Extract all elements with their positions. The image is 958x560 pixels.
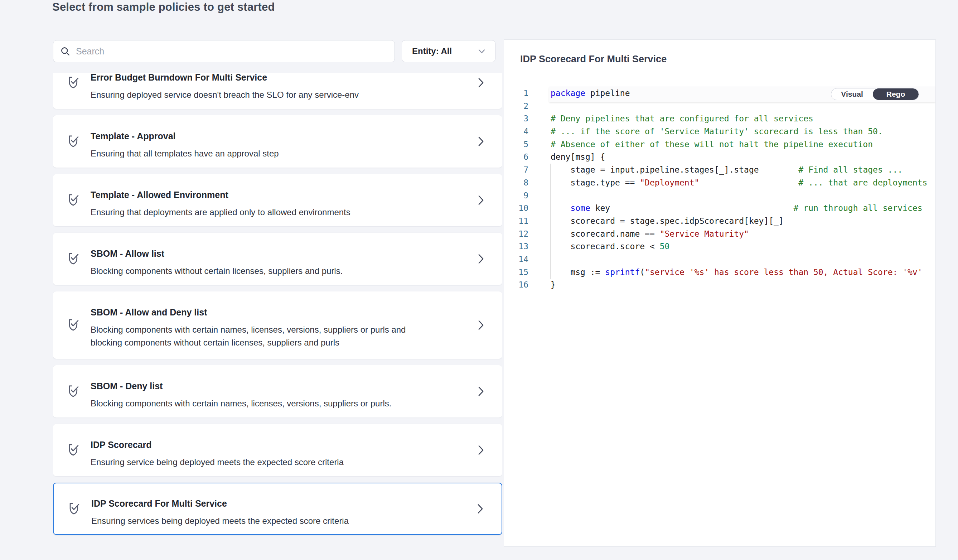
chevron-right-icon (478, 254, 484, 264)
line-number: 13 (504, 240, 528, 253)
line-number: 8 (504, 176, 528, 189)
line-number: 15 (504, 266, 528, 279)
shield-check-icon (67, 252, 79, 266)
chevron-right-icon (478, 387, 484, 397)
policy-title: IDP Scorecard For Multi Service (91, 498, 458, 509)
policy-description: Ensuring deployed service doesn't breach… (90, 89, 413, 102)
line-number: 3 (504, 113, 528, 125)
code-text: # Deny pipelines that are configured for… (550, 113, 936, 125)
code-text: stage = input.pipeline.stages[_].stage #… (550, 163, 936, 176)
code-line: 5# Absence of either of these will not h… (504, 138, 936, 151)
line-number: 1 (504, 87, 528, 100)
code-line: 8 stage.type == "Deployment" # ... that … (504, 176, 936, 189)
line-number: 16 (504, 279, 528, 292)
policy-list[interactable]: Error Budget Burndown For Multi ServiceE… (53, 73, 502, 548)
line-number: 7 (504, 163, 528, 176)
shield-check-icon (67, 134, 79, 149)
search-box[interactable] (53, 40, 395, 62)
policy-card[interactable]: SBOM - Deny listBlocking components with… (53, 365, 502, 417)
code-text: # ... if the score of 'Service Maturity'… (550, 125, 936, 138)
line-number: 14 (504, 253, 528, 266)
code-line: 4# ... if the score of 'Service Maturity… (504, 125, 936, 138)
policy-description: Blocking components with certain names, … (90, 397, 413, 410)
code-line: 10 some key # run through all services (504, 202, 936, 215)
line-number: 4 (504, 125, 528, 138)
line-number: 10 (504, 202, 528, 215)
page-title: Select from sample policies to get start… (52, 1, 275, 14)
policy-card[interactable]: IDP ScorecardEnsuring service being depl… (53, 424, 502, 476)
code-text (550, 253, 936, 266)
chevron-right-icon (478, 446, 484, 455)
line-number: 2 (504, 100, 528, 113)
code-text (550, 100, 936, 113)
code-text (550, 189, 936, 202)
code-text: scorecard.score < 50 (550, 240, 936, 253)
detail-panel-header: IDP Scorecard For Multi Service (504, 40, 936, 79)
policy-title: IDP Scorecard (90, 440, 459, 450)
code-text: stage.type == "Deployment" # ... that ar… (550, 176, 936, 189)
shield-check-icon (67, 384, 79, 398)
policy-description: Ensuring that all templates have an appr… (90, 147, 413, 160)
policy-card[interactable]: IDP Scorecard For Multi ServiceEnsuring … (53, 483, 502, 535)
code-text: scorecard.name == "Service Maturity" (550, 228, 936, 241)
search-input[interactable] (76, 46, 387, 57)
code-line: 14 (504, 253, 936, 266)
code-text: deny[msg] { (550, 151, 936, 163)
chevron-right-icon (478, 195, 484, 205)
line-number: 6 (504, 151, 528, 163)
policy-card[interactable]: SBOM - Allow and Deny listBlocking compo… (53, 292, 502, 359)
entity-filter-dropdown[interactable]: Entity: All (402, 40, 495, 62)
code-line: 15 msg := sprintf("service '%s' has scor… (504, 266, 936, 279)
toggle-rego[interactable]: Rego (873, 89, 918, 100)
panel-title: IDP Scorecard For Multi Service (520, 54, 666, 65)
line-number: 5 (504, 138, 528, 151)
policy-description: Ensuring service being deployed meets th… (90, 456, 413, 469)
chevron-right-icon (477, 504, 483, 514)
code-line: 6deny[msg] { (504, 151, 936, 163)
toggle-visual[interactable]: Visual (831, 89, 873, 100)
chevron-down-icon (478, 49, 485, 54)
chevron-right-icon (478, 320, 484, 330)
detail-panel: IDP Scorecard For Multi Service 1package… (504, 40, 936, 547)
entity-filter-label: Entity: All (412, 46, 478, 56)
code-text: some key # run through all services (550, 202, 936, 215)
code-line: 9 (504, 189, 936, 202)
policy-title: SBOM - Deny list (90, 381, 459, 391)
line-number: 12 (504, 228, 528, 241)
shield-check-icon (67, 76, 79, 90)
code-text: } (550, 279, 936, 292)
code-line: 7 stage = input.pipeline.stages[_].stage… (504, 163, 936, 176)
line-number: 11 (504, 215, 528, 228)
shield-check-icon (67, 318, 79, 332)
policy-title: SBOM - Allow and Deny list (90, 307, 459, 317)
policy-title: Error Budget Burndown For Multi Service (90, 73, 459, 83)
code-line: 16} (504, 279, 936, 292)
policy-description: Ensuring that deployments are applied on… (90, 206, 413, 219)
chevron-right-icon (478, 137, 484, 146)
code-editor[interactable]: 1package pipeline23# Deny pipelines that… (504, 79, 936, 546)
view-toggle: Visual Rego (831, 88, 919, 100)
policy-card[interactable]: Template - ApprovalEnsuring that all tem… (53, 115, 502, 168)
search-icon (60, 46, 70, 56)
policy-card[interactable]: Error Budget Burndown For Multi ServiceE… (53, 73, 502, 109)
policy-description: Blocking components without certain lice… (90, 265, 413, 278)
code-line: 3# Deny pipelines that are configured fo… (504, 113, 936, 125)
line-number: 9 (504, 189, 528, 202)
shield-check-icon (67, 443, 79, 457)
policy-description: Ensuring services being deployed meets t… (91, 514, 414, 527)
code-line: 13 scorecard.score < 50 (504, 240, 936, 253)
code-line: 12 scorecard.name == "Service Maturity" (504, 228, 936, 241)
policy-card[interactable]: Template - Allowed EnvironmentEnsuring t… (53, 174, 502, 226)
policy-card[interactable]: SBOM - Allow listBlocking components wit… (53, 233, 502, 285)
code-text: # Absence of either of these will not ha… (550, 138, 936, 151)
policy-title: Template - Allowed Environment (90, 190, 459, 200)
code-line: 2 (504, 100, 936, 113)
code-lines: 1package pipeline23# Deny pipelines that… (504, 79, 936, 292)
policy-title: SBOM - Allow list (90, 249, 459, 259)
policy-title: Template - Approval (90, 131, 459, 141)
shield-check-icon (67, 193, 79, 207)
chevron-right-icon (478, 78, 484, 88)
code-line: 11 scorecard = stage.spec.idpScorecard[k… (504, 215, 936, 228)
code-text: scorecard = stage.spec.idpScorecard[key]… (550, 215, 936, 228)
code-text: msg := sprintf("service '%s' has score l… (550, 266, 936, 279)
